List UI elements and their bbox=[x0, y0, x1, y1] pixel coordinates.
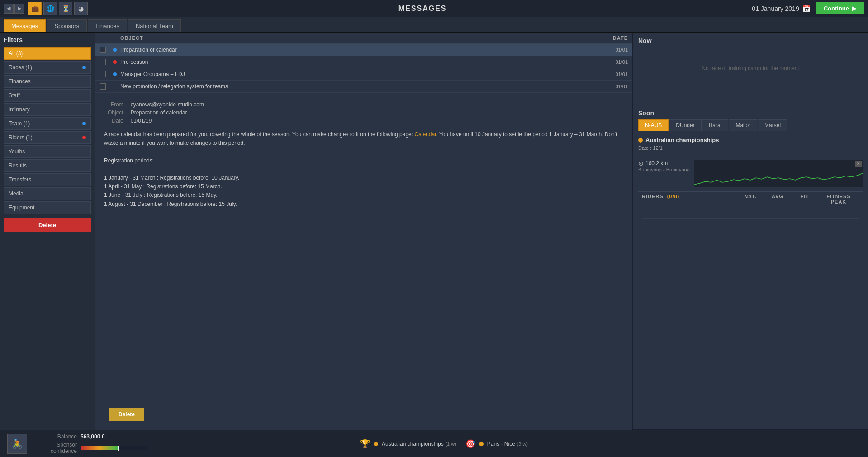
elevation-svg bbox=[694, 160, 863, 187]
filter-all[interactable]: All (3) bbox=[4, 47, 91, 60]
race-tab-mallor[interactable]: Mallor bbox=[729, 119, 757, 131]
top-icons: 💼 🌐 ⏳ ◕ bbox=[28, 2, 88, 15]
message-row-2[interactable]: Pre-season 01/01 bbox=[95, 56, 632, 68]
filter-transfers[interactable]: Transfers bbox=[4, 173, 91, 186]
message-row-1[interactable]: Preparation of calendar 01/01 bbox=[95, 44, 632, 56]
filter-results-label: Results bbox=[9, 162, 27, 169]
tab-bar: Messages Sponsors Finances National Team bbox=[0, 17, 868, 33]
message-row-4[interactable]: New promotion / relegation system for te… bbox=[95, 81, 632, 93]
tab-messages[interactable]: Messages bbox=[4, 19, 46, 32]
filter-races[interactable]: Races (1) bbox=[4, 61, 91, 74]
filter-youths[interactable]: Youths bbox=[4, 145, 91, 158]
nav-forward[interactable]: ▶ bbox=[14, 4, 24, 14]
soon-title: Soon bbox=[638, 109, 863, 117]
msg-object-2: Pre-season bbox=[120, 59, 596, 65]
reg-4: 1 August - 31 December : Registrations b… bbox=[104, 200, 623, 209]
trophy-icon-1: 🏆 bbox=[360, 439, 370, 449]
now-section: Now No race or training camp for the mom… bbox=[633, 33, 868, 105]
clock-icon[interactable]: ⏳ bbox=[59, 2, 72, 15]
race-2-name: Paris - Nice bbox=[487, 441, 515, 447]
riders-table-header: RIDERS (0/8) NAT. AVG FIT FITNESS PEAK bbox=[638, 191, 863, 206]
globe-icon[interactable]: 🌐 bbox=[43, 2, 57, 15]
race-tab-haral[interactable]: Haral bbox=[702, 119, 729, 131]
race-1-weeks: (1 w) bbox=[445, 441, 456, 447]
race-tab-marsei[interactable]: Marsei bbox=[758, 119, 787, 131]
page-title: MESSAGES bbox=[93, 5, 752, 13]
sidebar-delete-button[interactable]: Delete bbox=[4, 218, 91, 232]
race-1-info: Australian championships (1 w) bbox=[382, 440, 456, 447]
race-1-name: Australian championships bbox=[382, 441, 444, 447]
detail-delete-button[interactable]: Delete bbox=[109, 408, 144, 421]
sidebar: Filters All (3) Races (1) Finances Staff… bbox=[0, 33, 95, 430]
balance-value: 563,000 € bbox=[81, 433, 104, 440]
message-detail: From cyanews@cyanide-studio.com Object P… bbox=[95, 93, 632, 399]
filter-media[interactable]: Media bbox=[4, 187, 91, 200]
filter-staff[interactable]: Staff bbox=[4, 89, 91, 102]
race-tab-dunder[interactable]: DUnder bbox=[669, 119, 701, 131]
filter-team[interactable]: Team (1) bbox=[4, 117, 91, 130]
nav-back[interactable]: ◀ bbox=[4, 4, 14, 14]
riders-count: (0/8) bbox=[667, 194, 680, 199]
tab-finances[interactable]: Finances bbox=[88, 19, 127, 32]
bottom-left: 🚴 Balance 563,000 € Sponsor confidence bbox=[7, 433, 351, 454]
continue-button[interactable]: Continue ▶ bbox=[816, 2, 864, 14]
tab-sponsors[interactable]: Sponsors bbox=[47, 19, 87, 32]
race-close-icon[interactable]: ✕ bbox=[855, 161, 862, 167]
next-race-1: 🏆 Australian championships (1 w) bbox=[360, 439, 456, 449]
race-info: Australian championships Date : 12/1 - ⊙… bbox=[638, 135, 863, 189]
chart-icon[interactable]: ◕ bbox=[74, 2, 88, 15]
race-dot bbox=[638, 138, 643, 143]
next-race-2: 🎯 Paris - Nice (9 w) bbox=[465, 439, 528, 449]
soon-section: Soon N-AUS DUnder Haral Mallor Marsei Au… bbox=[633, 105, 868, 430]
right-panel: Now No race or training camp for the mom… bbox=[633, 33, 868, 430]
msg-checkbox-4[interactable] bbox=[100, 83, 106, 90]
calendar-link[interactable]: Calendar bbox=[414, 131, 436, 138]
nav-arrows: ◀ ▶ bbox=[4, 4, 24, 14]
filter-races-label: Races (1) bbox=[9, 64, 32, 71]
filters-title: Filters bbox=[4, 36, 91, 43]
filter-riders[interactable]: Riders (1) bbox=[4, 131, 91, 144]
race-chart-area: ⊙ 160.2 km Buninyong - Buninyong ✕ bbox=[638, 160, 863, 187]
reg-3: 1 June - 31 July : Registrations before:… bbox=[104, 191, 623, 200]
fitness-peak-header: FITNESS PEAK bbox=[818, 194, 859, 205]
filter-finances-label: Finances bbox=[9, 78, 31, 85]
detail-meta: From cyanews@cyanide-studio.com Object P… bbox=[104, 100, 623, 125]
tab-national-team[interactable]: National Team bbox=[128, 19, 181, 32]
calendar-icon[interactable]: 📅 bbox=[802, 4, 811, 13]
filter-finances[interactable]: Finances bbox=[4, 75, 91, 88]
msg-checkbox-2[interactable] bbox=[100, 59, 106, 65]
msg-date-3: 01/01 bbox=[596, 71, 628, 77]
filter-media-label: Media bbox=[9, 190, 24, 197]
date-area: 01 January 2019 📅 bbox=[752, 4, 811, 13]
filter-all-dot bbox=[82, 52, 86, 55]
msg-checkbox-1[interactable] bbox=[100, 47, 106, 53]
race-tab-naus[interactable]: N-AUS bbox=[638, 119, 669, 131]
from-value: cyanews@cyanide-studio.com bbox=[127, 100, 208, 109]
filter-staff-label: Staff bbox=[9, 92, 19, 99]
bottom-bar: 🚴 Balance 563,000 € Sponsor confidence 🏆… bbox=[0, 430, 868, 457]
msg-object-4: New promotion / relegation system for te… bbox=[120, 83, 596, 90]
race-route: Buninyong - Buninyong bbox=[638, 167, 690, 172]
riders-header-text: RIDERS bbox=[642, 194, 664, 199]
msg-dot-1 bbox=[113, 48, 117, 52]
race-name: Australian championships bbox=[645, 137, 719, 143]
message-row-3[interactable]: Manager Groupama – FDJ 01/01 bbox=[95, 68, 632, 81]
filter-all-label: All (3) bbox=[9, 50, 23, 57]
filter-results[interactable]: Results bbox=[4, 159, 91, 172]
messages-list: OBJECT DATE Preparation of calendar 01/0… bbox=[95, 33, 632, 93]
registration-title: Registration periods: bbox=[104, 157, 623, 165]
briefcase-icon[interactable]: 💼 bbox=[28, 2, 42, 15]
filter-equipment[interactable]: Equipment bbox=[4, 201, 91, 214]
msg-dot-4 bbox=[113, 85, 117, 88]
race-2-weeks: (9 w) bbox=[517, 441, 527, 447]
msg-checkbox-3[interactable] bbox=[100, 71, 106, 77]
detail-body: A race calendar has been prepared for yo… bbox=[104, 130, 623, 209]
current-date: 01 January 2019 bbox=[752, 5, 799, 12]
confidence-fill bbox=[81, 446, 118, 450]
bullseye-icon-2: 🎯 bbox=[465, 439, 475, 449]
rider-row-2 bbox=[642, 210, 859, 214]
filter-transfers-label: Transfers bbox=[9, 176, 31, 183]
filter-infirmary[interactable]: Infirmary bbox=[4, 103, 91, 116]
nat-header: NAT. bbox=[737, 194, 764, 205]
race-name-row: Australian championships bbox=[638, 137, 863, 143]
